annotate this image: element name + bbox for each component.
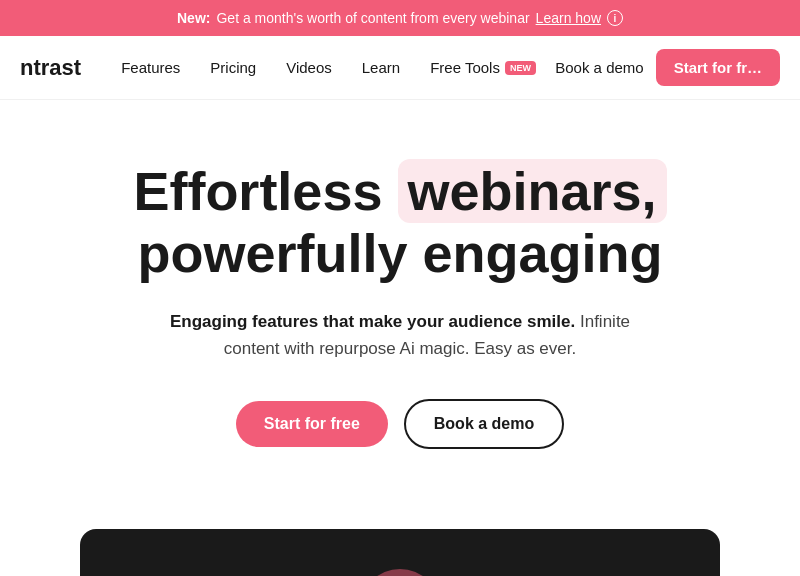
hero-subtitle-strong: Engaging features that make your audienc… xyxy=(170,312,575,331)
announcement-learn-link[interactable]: Learn how xyxy=(536,10,601,26)
info-icon: i xyxy=(607,10,623,26)
nav-link-free-tools[interactable]: Free Tools new xyxy=(430,59,536,76)
nav-actions: Book a demo Start for fr… xyxy=(555,49,780,86)
nav-book-demo[interactable]: Book a demo xyxy=(555,59,643,76)
nav-link-learn[interactable]: Learn xyxy=(362,59,400,76)
hero-book-demo-button[interactable]: Book a demo xyxy=(404,399,564,449)
nav-link-features[interactable]: Features xyxy=(121,59,180,76)
navbar: ntrast Features Pricing Videos Learn Fre… xyxy=(0,36,800,100)
video-container[interactable] xyxy=(80,529,720,576)
announcement-message: Get a month's worth of content from ever… xyxy=(216,10,529,26)
nav-links: Features Pricing Videos Learn Free Tools… xyxy=(121,59,555,76)
announcement-bar: New: Get a month's worth of content from… xyxy=(0,0,800,36)
hero-start-free-button[interactable]: Start for free xyxy=(236,401,388,447)
hero-title-part2: powerfully engaging xyxy=(137,223,662,283)
hero-title-part1: Effortless xyxy=(133,161,382,221)
announcement-new-label: New: xyxy=(177,10,210,26)
nav-link-pricing[interactable]: Pricing xyxy=(210,59,256,76)
video-play-button[interactable] xyxy=(360,569,440,576)
hero-section: Effortless webinars, powerfully engaging… xyxy=(50,100,750,529)
hero-subtitle: Engaging features that make your audienc… xyxy=(150,308,650,362)
free-tools-badge: new xyxy=(505,61,536,75)
hero-title-highlight: webinars, xyxy=(398,159,667,223)
logo[interactable]: ntrast xyxy=(20,55,81,81)
hero-title: Effortless webinars, powerfully engaging xyxy=(70,160,730,284)
nav-start-free-button[interactable]: Start for fr… xyxy=(656,49,780,86)
nav-link-videos[interactable]: Videos xyxy=(286,59,332,76)
hero-buttons: Start for free Book a demo xyxy=(70,399,730,449)
